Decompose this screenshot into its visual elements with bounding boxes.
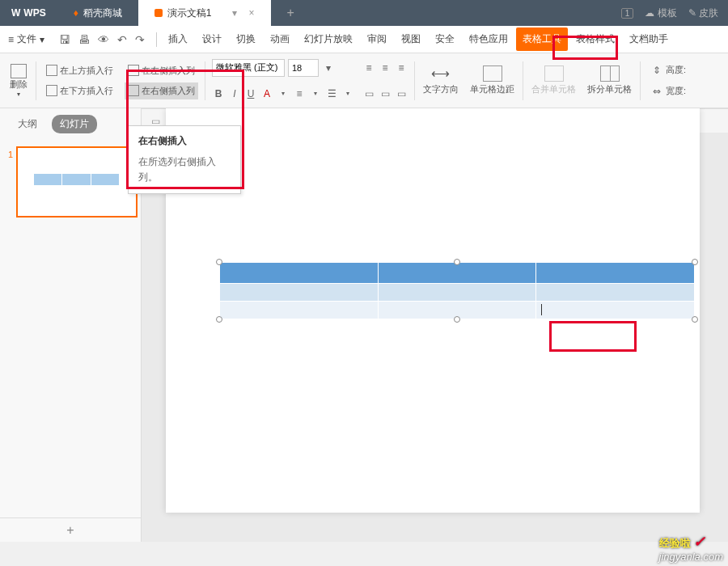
- tab-security[interactable]: 安全: [429, 27, 461, 51]
- valign-middle-icon[interactable]: ▭: [379, 87, 392, 100]
- cell-margin-label: 单元格边距: [470, 83, 514, 95]
- tooltip-title: 在右侧插入: [138, 134, 231, 148]
- row-height-button[interactable]: ⇕ 高度:: [647, 61, 689, 79]
- resize-handle[interactable]: [454, 316, 460, 323]
- preview-icon[interactable]: 👁: [98, 33, 109, 46]
- slides-tab[interactable]: 幻灯片: [52, 115, 97, 133]
- outline-tab[interactable]: 大纲: [10, 115, 45, 133]
- chevron-down-icon[interactable]: ▾: [322, 61, 335, 74]
- font-color-icon[interactable]: A: [260, 87, 273, 100]
- chevron-down-icon[interactable]: ▾: [341, 87, 354, 100]
- align-right-icon[interactable]: ≡: [395, 61, 408, 74]
- skin-button[interactable]: ✎ 皮肤: [688, 6, 718, 20]
- table-cell[interactable]: [220, 302, 379, 319]
- insert-col-left-button[interactable]: 在左侧插入列: [125, 62, 198, 79]
- table-row: [220, 284, 695, 302]
- add-slide-button[interactable]: +: [0, 517, 141, 542]
- size-group: ⇕ 高度: ⇔ 宽度:: [644, 61, 692, 100]
- resize-handle[interactable]: [454, 259, 460, 265]
- delete-label: 删除: [10, 78, 28, 91]
- table-cell-active[interactable]: [536, 302, 695, 319]
- slide-thumbnail[interactable]: 1: [16, 146, 138, 218]
- insert-row-below-button[interactable]: 在下方插入行: [43, 82, 116, 99]
- tab-animation[interactable]: 动画: [264, 27, 296, 51]
- file-menu[interactable]: ≡ 文件 ▾: [0, 32, 53, 46]
- tab-transition[interactable]: 切换: [230, 27, 262, 51]
- resize-handle[interactable]: [692, 259, 698, 265]
- wps-icon: W: [11, 7, 20, 19]
- split-label: 拆分单元格: [587, 83, 632, 95]
- bold-icon[interactable]: B: [212, 87, 225, 100]
- cell-margin-button[interactable]: 单元格边距: [465, 65, 519, 95]
- col-width-button[interactable]: ⇔ 宽度:: [647, 82, 689, 100]
- resize-handle[interactable]: [216, 259, 222, 265]
- merge-cells-button: 合并单元格: [527, 65, 581, 95]
- close-tab-icon[interactable]: ×: [248, 7, 254, 19]
- save-icon[interactable]: 🖫: [59, 33, 70, 46]
- valign-top-icon[interactable]: ▭: [362, 87, 375, 100]
- tab-design[interactable]: 设计: [196, 27, 228, 51]
- valign-bottom-icon[interactable]: ▭: [395, 87, 408, 100]
- insert-above-label: 在上方插入行: [60, 65, 113, 77]
- underline-icon[interactable]: U: [244, 87, 257, 100]
- tab-store[interactable]: ♦ 稻壳商城: [57, 0, 138, 26]
- template-button[interactable]: ☁ 模板: [645, 6, 676, 20]
- app-logo[interactable]: W WPS: [0, 7, 57, 19]
- font-group: ▾ B I U A ▾ ≡ ▾ ☰ ▾: [209, 57, 358, 105]
- chevron-down-icon: ▾: [40, 34, 44, 45]
- table-cell[interactable]: [378, 263, 536, 284]
- table-cell[interactable]: [536, 263, 695, 284]
- redo-icon[interactable]: ↷: [135, 33, 145, 46]
- quick-toolbar: 🖫 🖶 👁 ↶ ↷: [53, 33, 151, 46]
- table-selection[interactable]: [219, 262, 695, 319]
- tab-doc-helper[interactable]: 文档助手: [623, 27, 675, 51]
- undo-icon[interactable]: ↶: [117, 33, 127, 46]
- tab-review[interactable]: 审阅: [361, 27, 393, 51]
- tooltip: 在右侧插入 在所选列右侧插入列。: [128, 125, 241, 194]
- tab-insert[interactable]: 插入: [162, 27, 194, 51]
- mini-table-preview: [34, 174, 120, 185]
- text-direction-label: 文字方向: [423, 83, 459, 95]
- slide[interactable]: [166, 108, 700, 513]
- text-direction-button[interactable]: ⟷ 文字方向: [418, 65, 463, 95]
- chevron-down-icon: ▾: [17, 91, 20, 98]
- height-icon: ⇕: [650, 64, 663, 77]
- align-left-icon[interactable]: ≡: [362, 61, 375, 74]
- counter-badge[interactable]: 1: [621, 8, 634, 19]
- font-family-select[interactable]: [212, 59, 285, 77]
- delete-icon: [11, 64, 27, 78]
- align-center-icon[interactable]: ≡: [379, 61, 392, 74]
- watermark-brand: 经验啦: [659, 537, 691, 549]
- table-cell[interactable]: [536, 284, 695, 302]
- tab-view[interactable]: 视图: [395, 27, 427, 51]
- insert-row-above-button[interactable]: 在上方插入行: [43, 62, 116, 79]
- separator: [640, 61, 641, 100]
- slide-table[interactable]: [219, 262, 695, 319]
- tab-featured[interactable]: 特色应用: [463, 27, 514, 51]
- italic-icon[interactable]: I: [228, 87, 241, 100]
- bullet-list-icon[interactable]: ≡: [293, 87, 306, 100]
- resize-handle[interactable]: [216, 316, 222, 323]
- table-cell[interactable]: [220, 263, 379, 284]
- add-tab-button[interactable]: +: [271, 6, 311, 20]
- resize-handle[interactable]: [692, 316, 698, 323]
- delete-group[interactable]: 删除 ▾: [5, 64, 32, 98]
- split-cells-button[interactable]: 拆分单元格: [582, 65, 637, 95]
- thumbnails[interactable]: 1: [0, 140, 141, 517]
- tab-document[interactable]: 演示文稿1 ▾ ×: [138, 0, 271, 26]
- dropdown-icon[interactable]: ▾: [232, 7, 237, 19]
- tab-table-tools[interactable]: 表格工具: [516, 27, 568, 51]
- print-icon[interactable]: 🖶: [78, 33, 90, 46]
- insert-col-right-button[interactable]: 在右侧插入列: [125, 82, 198, 99]
- chevron-down-icon[interactable]: ▾: [277, 87, 290, 100]
- table-cell[interactable]: [220, 284, 379, 302]
- tab-table-style[interactable]: 表格样式: [569, 27, 621, 51]
- flame-icon: ♦: [74, 7, 78, 19]
- table-cell[interactable]: [378, 284, 536, 302]
- font-size-select[interactable]: [288, 59, 319, 77]
- chevron-down-icon[interactable]: ▾: [309, 87, 322, 100]
- number-list-icon[interactable]: ☰: [325, 87, 338, 100]
- insert-right-label: 在右侧插入列: [142, 85, 195, 97]
- presentation-icon: [154, 9, 163, 17]
- tab-slideshow[interactable]: 幻灯片放映: [298, 27, 359, 51]
